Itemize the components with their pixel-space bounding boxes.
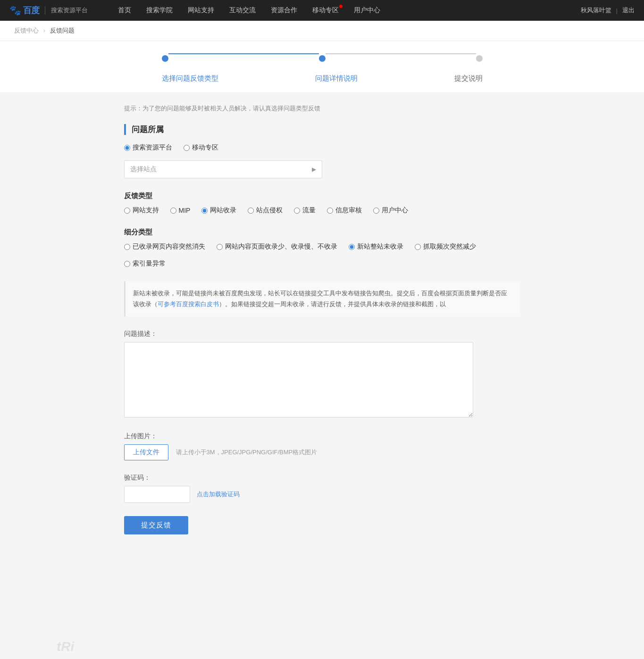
subtype-crawl-reduced[interactable]: 抓取频次突然减少 [415, 242, 476, 251]
subtype-section: 细分类型 已收录网页内容突然消失 网站内容页面收录少、收录慢、不收录 新站整站未… [124, 228, 520, 268]
select-arrow-icon: ▶ [312, 166, 316, 173]
label-user-center: 用户中心 [382, 206, 408, 215]
site-select-wrapper: 选择站点 ▶ [124, 160, 520, 178]
upload-row: 上传文件 请上传小于3M，JPEG/JPG/PNG/GIF/BMP格式图片 [124, 444, 520, 460]
nav-links: 首页 搜索学院 网站支持 互动交流 资源合作 移动专区 用户中心 [110, 0, 581, 21]
nav-support[interactable]: 网站支持 [180, 0, 222, 21]
subtype-label: 细分类型 [124, 228, 520, 237]
step-1-label: 选择问题反馈类型 [162, 74, 218, 83]
radio-new-site-not-indexed[interactable] [349, 244, 355, 250]
nav-home[interactable]: 首页 [110, 0, 139, 21]
nav-academy[interactable]: 搜索学院 [139, 0, 180, 21]
type-traffic[interactable]: 流量 [294, 206, 316, 215]
label-website-support: 网站支持 [133, 206, 159, 215]
hint-text: 提示：为了您的问题能够及时被相关人员解决，请认真选择问题类型反馈 [124, 104, 520, 113]
top-navigation: 🐾 百度 搜索资源平台 首页 搜索学院 网站支持 互动交流 资源合作 移动专区 … [0, 0, 644, 21]
type-website-support[interactable]: 网站支持 [124, 206, 159, 215]
breadcrumb-separator: › [43, 27, 45, 34]
step-1-dot [162, 55, 168, 62]
radio-website-index[interactable] [201, 208, 208, 214]
subtype-index-abnormal[interactable]: 索引量异常 [124, 259, 166, 268]
upload-hint: 请上传小于3M，JPEG/JPG/PNG/GIF/BMP格式图片 [176, 448, 318, 457]
problem-desc-label: 问题描述： [124, 330, 520, 338]
option-mobile-zone[interactable]: 移动专区 [184, 143, 218, 152]
step-3-dot [476, 55, 483, 62]
step-line-2 [326, 53, 476, 54]
description-info-box: 新站未被收录，可能是链接尚未被百度爬虫发现，站长可以在链接提交工具中发布链接告知… [124, 281, 520, 317]
type-user-center[interactable]: 用户中心 [373, 206, 408, 215]
radio-info-review[interactable] [327, 208, 333, 214]
radio-crawl-reduced[interactable] [415, 244, 421, 250]
label-new-site-not-indexed: 新站整站未收录 [357, 242, 403, 251]
label-crawl-reduced: 抓取频次突然减少 [423, 242, 476, 251]
option-search-platform-label: 搜索资源平台 [133, 143, 172, 152]
radio-content-disappeared[interactable] [124, 244, 130, 250]
radio-search-platform[interactable] [124, 145, 130, 151]
subtype-options: 已收录网页内容突然消失 网站内容页面收录少、收录慢、不收录 新站整站未收录 抓取… [124, 242, 520, 251]
problem-belongs-title: 问题所属 [124, 124, 520, 135]
label-index-abnormal: 索引量异常 [133, 259, 166, 268]
feedback-type-section: 反馈类型 网站支持 MIP 网站收录 站点侵权 流量 [124, 192, 520, 215]
main-content: 提示：为了您的问题能够及时被相关人员解决，请认真选择问题类型反馈 问题所属 搜索… [110, 93, 535, 546]
logout-button[interactable]: 退出 [622, 6, 635, 15]
steps-dots [162, 55, 483, 62]
desc-link-1[interactable]: 可参考百度搜索白皮书 [158, 300, 219, 308]
nav-interact[interactable]: 互动交流 [222, 0, 263, 21]
feedback-type-label: 反馈类型 [124, 192, 520, 200]
steps-labels: 选择问题反馈类型 问题详情说明 提交说明 [162, 67, 483, 83]
username[interactable]: 秋风落叶篮 [581, 6, 611, 15]
radio-mobile-zone[interactable] [184, 145, 190, 151]
radio-index-abnormal[interactable] [124, 261, 130, 267]
step-2-dot [319, 55, 326, 62]
radio-user-center[interactable] [373, 208, 379, 214]
label-content-disappeared: 已收录网页内容突然消失 [133, 242, 205, 251]
steps-section: 选择问题反馈类型 问题详情说明 提交说明 [0, 41, 644, 93]
nav-mobile[interactable]: 移动专区 [305, 0, 346, 21]
topnav-right: 秋风落叶篮 | 退出 [581, 6, 635, 15]
label-website-index: 网站收录 [210, 206, 236, 215]
type-website-index[interactable]: 网站收录 [201, 206, 236, 215]
site-select[interactable]: 选择站点 ▶ [124, 160, 322, 178]
subtype-content-disappeared[interactable]: 已收录网页内容突然消失 [124, 242, 205, 251]
problem-description-section: 问题描述： [124, 330, 520, 419]
problem-desc-textarea[interactable] [124, 342, 473, 417]
breadcrumb: 反馈中心 › 反馈问题 [0, 21, 644, 41]
label-traffic: 流量 [302, 206, 316, 215]
nav-right-sep: | [616, 7, 618, 14]
option-search-platform[interactable]: 搜索资源平台 [124, 143, 172, 152]
submit-section: 提交反馈 [124, 516, 520, 534]
subtype-options-row2: 索引量异常 [124, 259, 520, 268]
platform-label: 搜索资源平台 [51, 6, 88, 15]
radio-traffic[interactable] [294, 208, 300, 214]
type-info-review[interactable]: 信息审核 [327, 206, 362, 215]
mobile-badge [339, 5, 343, 8]
radio-website-support[interactable] [124, 208, 130, 214]
logo-divider [45, 6, 45, 15]
label-slow-index: 网站内容页面收录少、收录慢、不收录 [225, 242, 337, 251]
label-mip: MIP [179, 207, 191, 214]
captcha-section: 验证码： 点击加载验证码 [124, 474, 520, 503]
upload-label: 上传图片： [124, 432, 520, 441]
subtype-new-site-not-indexed[interactable]: 新站整站未收录 [349, 242, 403, 251]
captcha-input[interactable] [124, 486, 190, 503]
subtype-slow-index[interactable]: 网站内容页面收录少、收录慢、不收录 [217, 242, 337, 251]
upload-button[interactable]: 上传文件 [124, 444, 168, 460]
option-mobile-zone-label: 移动专区 [192, 143, 218, 152]
logo-area: 🐾 百度 搜索资源平台 [9, 5, 102, 16]
submit-button[interactable]: 提交反馈 [124, 516, 188, 534]
feedback-type-options: 网站支持 MIP 网站收录 站点侵权 流量 信息审核 [124, 206, 520, 215]
problem-belongs-section: 问题所属 搜索资源平台 移动专区 选择站点 ▶ [124, 124, 520, 178]
captcha-load-link[interactable]: 点击加载验证码 [197, 490, 240, 499]
type-site-infringement[interactable]: 站点侵权 [248, 206, 283, 215]
radio-slow-index[interactable] [217, 244, 223, 250]
radio-site-infringement[interactable] [248, 208, 254, 214]
step-2-label: 问题详情说明 [315, 74, 358, 83]
breadcrumb-feedback-center[interactable]: 反馈中心 [14, 27, 39, 34]
nav-user-center[interactable]: 用户中心 [346, 0, 388, 21]
captcha-row: 点击加载验证码 [124, 486, 520, 503]
problem-belongs-options: 搜索资源平台 移动专区 [124, 143, 520, 152]
breadcrumb-current: 反馈问题 [50, 27, 75, 34]
nav-resource[interactable]: 资源合作 [263, 0, 305, 21]
type-mip[interactable]: MIP [170, 207, 191, 214]
radio-mip[interactable] [170, 208, 176, 214]
